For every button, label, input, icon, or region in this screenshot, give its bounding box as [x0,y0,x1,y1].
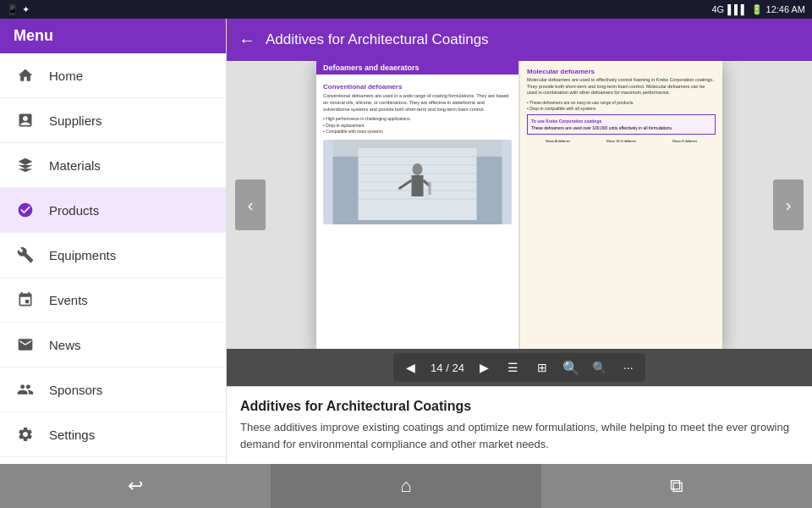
small-img-1: Gloss A defamer [527,138,589,143]
sidebar-label-suppliers: Suppliers [49,113,102,128]
zoom-out-icon: 🔍 [592,361,606,374]
img-label-3: Gloss 8 defamer [672,139,697,143]
status-bar: 📱 ✦ 4G ▌▌▌ 🔋 12:46 AM [0,0,812,19]
next-toolbar-icon: ▶ [480,361,489,374]
sidebar: Menu Home Suppliers Materials Products [0,19,227,464]
toolbar-controls: ◀ 14 / 24 ▶ ☰ ⊞ 🔍 🔍 ·· [393,353,645,382]
left-bullet-1: • High performance in challenging applic… [323,116,512,122]
events-icon [14,288,37,312]
sidebar-label-news: News [49,338,81,352]
info-box-title: To use Krebs Corporation coatings [531,119,711,124]
back-nav-button[interactable]: ↩ [0,464,271,508]
sidebar-item-sponsors[interactable]: Sponsors [0,367,226,412]
description-title: Additives for Architectural Coatings [240,399,798,414]
right-section-title: Molecular defoamers [527,68,716,75]
bottom-nav: ↩ ⌂ ⧉ [0,464,812,508]
right-info-box: To use Krebs Corporation coatings These … [527,114,716,135]
right-page-content: Molecular defoamers Molecular defoamers … [520,61,722,148]
back-nav-icon: ↩ [128,475,143,497]
sidebar-item-events[interactable]: Events [0,278,226,323]
header-title: Additives for Architectural Coatings [266,31,489,48]
svg-point-9 [413,163,423,175]
left-body-text: Conventional defoamers are used in a wid… [323,93,512,113]
switch-nav-icon: ⧉ [670,475,683,497]
switch-nav-button[interactable]: ⧉ [541,464,812,508]
status-left-icons: 📱 ✦ [7,4,30,15]
right-bullet-2: • Drop-in compatible with all systems [527,106,716,111]
small-img-3: Gloss 8 defamer [654,138,716,143]
zoom-in-button[interactable]: 🔍 [557,356,584,379]
prev-toolbar-icon: ◀ [406,361,415,374]
left-page-content: Conventional defoamers Conventional defo… [316,75,518,229]
left-page-header: Defoamers and deaerators [316,61,518,75]
products-icon [14,198,37,222]
more-options-button[interactable]: ··· [615,356,642,379]
book-spread: Defoamers and deaerators Conventional de… [316,61,722,349]
sidebar-item-products[interactable]: Products [0,188,226,233]
sidebar-header: Menu [0,19,226,53]
grid-view-button[interactable]: ⊞ [529,356,556,379]
materials-icon [14,153,37,177]
sidebar-item-equipments[interactable]: Equipments [0,233,226,278]
book-page-right: Molecular defoamers Molecular defoamers … [520,61,722,349]
sidebar-item-home[interactable]: Home [0,53,226,98]
zoom-in-icon: 🔍 [562,360,579,376]
sidebar-item-materials[interactable]: Materials [0,143,226,188]
equipments-icon [14,243,37,267]
svg-rect-13 [429,182,431,195]
sidebar-item-about[interactable]: About [0,457,226,464]
small-images-row: Gloss A defamer Gloss V1.0 defamer Gloss… [527,138,716,143]
sidebar-label-sponsors: Sponsors [49,383,102,397]
prev-arrow-icon: ‹ [248,196,254,215]
back-button[interactable]: ← [239,30,255,50]
settings-icon [14,422,37,446]
next-page-button[interactable]: › [773,179,804,230]
next-toolbar-button[interactable]: ▶ [471,356,498,379]
home-nav-button[interactable]: ⌂ [271,464,541,508]
suppliers-icon [14,108,37,132]
page-indicator: 14 / 24 [425,362,469,374]
content-area: ← Additives for Architectural Coatings ‹… [227,19,812,464]
status-right-icons: 4G ▌▌▌ 🔋 12:46 AM [711,4,805,15]
book-page-left: Defoamers and deaerators Conventional de… [316,61,520,349]
sidebar-item-suppliers[interactable]: Suppliers [0,98,226,143]
sidebar-label-home: Home [49,69,83,83]
sidebar-item-settings[interactable]: Settings [0,412,226,457]
sponsors-icon [14,378,37,401]
viewer-toolbar: ◀ 14 / 24 ▶ ☰ ⊞ 🔍 🔍 ·· [227,349,812,386]
prev-toolbar-button[interactable]: ◀ [397,356,424,379]
sidebar-label-products: Products [49,203,99,218]
sidebar-item-news[interactable]: News [0,323,226,367]
left-bullet-3: • Compatible with most systems [323,129,512,135]
zoom-out-button[interactable]: 🔍 [586,356,613,379]
more-options-icon: ··· [623,361,634,374]
left-page-image [323,140,512,224]
list-view-button[interactable]: ☰ [500,356,527,379]
left-section-title: Conventional defoamers [323,83,512,91]
wifi-icon: 4G [711,4,724,14]
app-icon: 📱 [7,4,19,15]
prev-page-button[interactable]: ‹ [235,179,266,230]
lock-icon: ✦ [22,4,30,15]
next-arrow-icon: › [786,196,792,215]
right-body-text: Molecular defoamers are used to effectiv… [527,77,716,97]
battery-icon: 🔋 [751,4,763,15]
book-viewer: ‹ Defoamers and deaerators Conventional … [227,61,812,349]
left-page-header-text: Defoamers and deaerators [323,64,420,72]
description-text: These additives improve existing coating… [240,419,798,452]
news-icon [14,333,37,356]
sidebar-label-materials: Materials [49,158,101,173]
home-nav-icon: ⌂ [400,475,411,497]
list-view-icon: ☰ [508,361,518,374]
info-box-text: These defoamers are used over 100,000 un… [531,125,711,130]
img-label-2: Gloss V1.0 defamer [606,139,636,143]
right-bullet-1: • These defoamers are an easy-to-use ran… [527,100,716,105]
signal-icon: ▌▌▌ [727,4,747,14]
main-layout: Menu Home Suppliers Materials Products [0,19,812,464]
svg-rect-10 [412,175,424,196]
small-img-2: Gloss V1.0 defamer [590,138,652,143]
sidebar-label-equipments: Equipments [49,248,116,262]
sidebar-label-events: Events [49,293,88,307]
content-header: ← Additives for Architectural Coatings [227,19,812,61]
menu-label: Menu [14,27,53,45]
